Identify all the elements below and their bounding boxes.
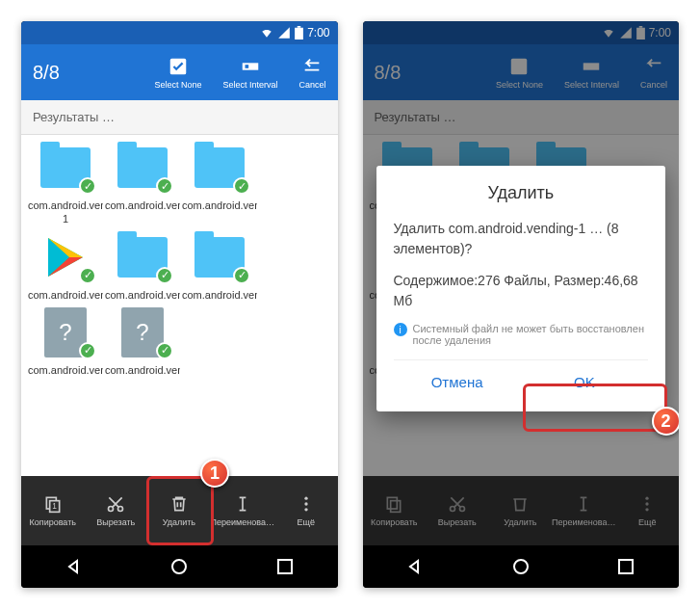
check-icon: ✓ xyxy=(79,342,96,359)
more-label: Ещё xyxy=(298,517,315,527)
svg-point-11 xyxy=(304,502,307,505)
cancel-button[interactable]: Cancel xyxy=(298,56,325,90)
copy-label: Копировать xyxy=(30,517,76,527)
more-icon xyxy=(637,494,657,514)
file-item[interactable]: ✓com.android.vending xyxy=(181,232,258,302)
dialog-warning: i Системный файл не может быть восстанов… xyxy=(394,323,649,346)
signal-icon xyxy=(277,26,291,40)
step-badge-1: 1 xyxy=(200,459,229,488)
clock: 7:00 xyxy=(649,26,671,40)
nav-home-icon[interactable] xyxy=(509,555,532,578)
dialog-cancel-button[interactable]: Отмена xyxy=(394,360,521,404)
toolbar: 8/8 Select None Select Interval Cancel xyxy=(21,44,338,100)
select-none-button[interactable]: Select None xyxy=(154,56,201,90)
dialog-warning-text: Системный файл не может быть восстановле… xyxy=(413,323,649,346)
file-label: com.android.vending_ xyxy=(28,363,103,377)
svg-rect-1 xyxy=(298,26,301,28)
more-icon xyxy=(297,494,316,514)
delete-button: Удалить xyxy=(489,476,553,545)
more-button[interactable]: Ещё xyxy=(274,476,338,545)
scissors-icon xyxy=(106,494,125,514)
svg-point-23 xyxy=(646,497,649,500)
file-item[interactable]: ?✓com.android.vending_ xyxy=(27,307,104,377)
file-label: com.android.vending-1 xyxy=(28,199,103,226)
bottom-toolbar: 1 Копировать Вырезать Удалить Переименов… xyxy=(21,476,338,545)
select-none-button: Select None xyxy=(496,56,543,90)
check-icon: ✓ xyxy=(233,177,250,195)
checkbox-icon xyxy=(168,56,189,77)
nav-home-icon[interactable] xyxy=(168,555,191,578)
statusbar: 7:00 xyxy=(363,21,680,44)
copy-icon xyxy=(384,494,403,514)
scissors-icon xyxy=(448,494,467,514)
android-navbar xyxy=(21,545,338,588)
svg-rect-15 xyxy=(636,28,645,40)
check-icon: ✓ xyxy=(156,342,173,359)
battery-icon xyxy=(295,26,303,40)
select-none-label: Select None xyxy=(154,80,201,90)
svg-rect-16 xyxy=(638,26,642,28)
checkbox-icon xyxy=(508,56,530,77)
svg-rect-27 xyxy=(619,560,633,573)
trash-icon xyxy=(510,494,530,514)
wifi-icon xyxy=(602,26,615,40)
nav-back-icon[interactable] xyxy=(403,555,427,578)
nav-back-icon[interactable] xyxy=(63,555,86,578)
svg-text:1: 1 xyxy=(52,501,57,511)
phone-left: 7:00 8/8 Select None Select Interval Can… xyxy=(21,21,338,588)
cut-button[interactable]: Вырезать xyxy=(85,476,148,545)
svg-rect-17 xyxy=(511,58,528,74)
svg-point-13 xyxy=(172,560,186,573)
dialog-details: Содержимое:276 Файлы, Размер:46,68 Мб xyxy=(394,271,649,311)
check-icon: ✓ xyxy=(79,267,96,284)
check-icon: ✓ xyxy=(156,267,173,284)
trash-icon xyxy=(169,494,189,514)
file-item[interactable]: ✓com.android.vending-1 xyxy=(27,143,104,226)
cursor-icon xyxy=(574,494,593,514)
file-item[interactable]: ✓com.android.vending.p xyxy=(27,232,104,302)
check-icon: ✓ xyxy=(233,267,250,284)
svg-rect-4 xyxy=(245,65,248,68)
signal-icon xyxy=(619,26,633,40)
step-badge-2: 2 xyxy=(652,407,680,436)
file-item[interactable]: ✓com.android.vending xyxy=(104,143,181,226)
cut-button: Вырезать xyxy=(426,476,489,545)
statusbar: 7:00 xyxy=(21,21,338,44)
dialog-title: Удалить xyxy=(394,183,649,203)
file-item[interactable]: ✓com.android.vending xyxy=(181,143,258,226)
delete-button[interactable]: Удалить xyxy=(147,476,211,545)
rename-label: Переименова… xyxy=(211,517,274,527)
file-label: com.android.vending.p xyxy=(28,288,103,302)
android-navbar xyxy=(363,545,680,588)
toolbar: 8/8 Select None Select Interval Cancel xyxy=(363,44,680,100)
select-interval-button[interactable]: Select Interval xyxy=(222,56,277,90)
file-item[interactable]: ?✓com.android.vending_ xyxy=(104,307,181,377)
cursor-icon xyxy=(233,494,252,514)
cancel-button: Cancel xyxy=(640,56,667,90)
nav-recent-icon[interactable] xyxy=(273,555,297,578)
nav-recent-icon[interactable] xyxy=(614,555,637,578)
copy-button: Копировать xyxy=(363,476,427,545)
phone-right: 7:00 8/8 Select None Select Interval Can… xyxy=(363,21,680,588)
file-label: com.android.vending xyxy=(105,199,180,212)
selection-counter: 8/8 xyxy=(33,62,154,84)
file-label: com.android.vending xyxy=(182,288,257,302)
breadcrumb: Результаты … xyxy=(363,100,680,135)
file-item[interactable]: ✓com.android.vending xyxy=(104,232,181,302)
wifi-icon xyxy=(260,26,273,40)
file-label: com.android.vending xyxy=(182,199,257,212)
breadcrumb[interactable]: Результаты … xyxy=(21,100,338,135)
back-icon xyxy=(643,56,664,77)
svg-point-26 xyxy=(514,560,528,573)
svg-point-12 xyxy=(304,508,307,511)
dialog-ok-button[interactable]: OK xyxy=(521,360,648,404)
copy-button[interactable]: 1 Копировать xyxy=(21,476,85,545)
rename-button: Переименова… xyxy=(552,476,615,545)
battery-icon xyxy=(636,26,645,40)
svg-rect-3 xyxy=(243,63,259,69)
svg-rect-20 xyxy=(391,501,401,513)
interval-icon xyxy=(240,56,261,77)
select-interval-button: Select Interval xyxy=(564,56,619,90)
file-label: com.android.vending_ xyxy=(105,363,180,377)
more-button: Ещё xyxy=(615,476,679,545)
